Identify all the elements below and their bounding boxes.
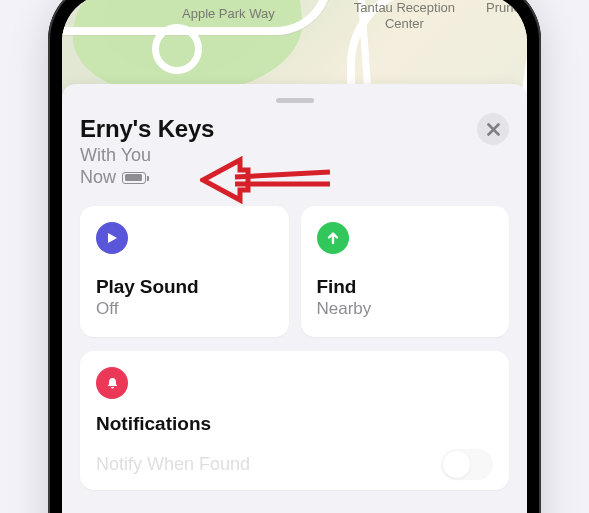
detail-sheet: Erny's Keys With You Now Play Sound Off <box>62 84 527 513</box>
item-status-location: With You <box>80 143 509 167</box>
play-sound-label: Play Sound <box>96 276 273 298</box>
find-card[interactable]: Find Nearby <box>301 206 510 337</box>
notify-when-found-row[interactable]: Notify When Found <box>96 449 493 480</box>
notifications-heading: Notifications <box>96 413 493 435</box>
notifications-section: Notifications Notify When Found <box>80 351 509 490</box>
item-title: Erny's Keys <box>80 115 509 143</box>
battery-icon <box>122 172 146 184</box>
arrow-up-icon <box>317 222 349 254</box>
map-label-right: Pruner <box>486 0 525 15</box>
bell-icon <box>96 367 128 399</box>
item-status-time: Now <box>80 167 116 188</box>
sheet-grabber[interactable] <box>276 98 314 103</box>
find-label: Find <box>317 276 494 298</box>
play-icon <box>96 222 128 254</box>
find-state: Nearby <box>317 299 494 319</box>
map-label-park: Apple Park Way <box>182 6 275 21</box>
close-button[interactable] <box>477 113 509 145</box>
notify-when-found-toggle[interactable] <box>441 449 493 480</box>
screen: Apple Park Way Tantau Reception Center P… <box>62 0 527 513</box>
play-sound-state: Off <box>96 299 273 319</box>
phone-frame: Apple Park Way Tantau Reception Center P… <box>48 0 541 513</box>
close-icon <box>487 123 500 136</box>
item-header: Erny's Keys With You Now <box>80 113 509 200</box>
notify-when-found-label: Notify When Found <box>96 454 250 475</box>
map-label-center: Tantau Reception Center <box>354 0 455 31</box>
play-sound-card[interactable]: Play Sound Off <box>80 206 289 337</box>
